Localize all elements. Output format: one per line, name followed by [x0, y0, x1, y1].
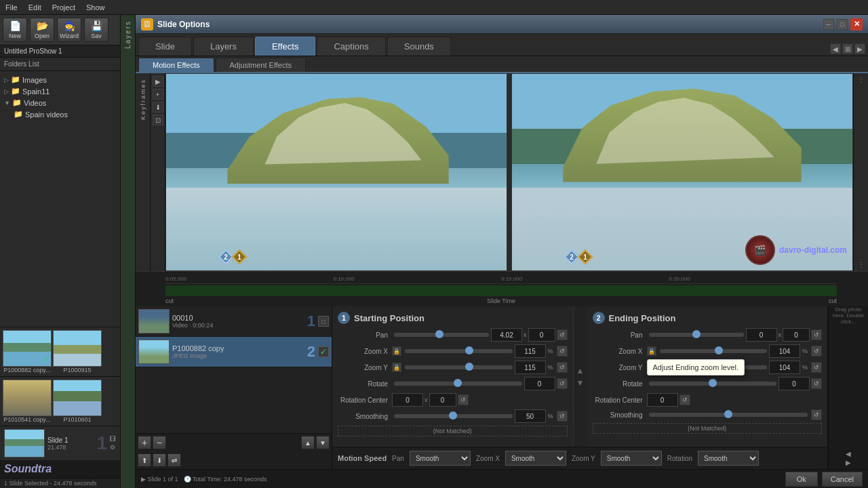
- start-rotate-input[interactable]: [524, 377, 555, 390]
- start-smooth-input[interactable]: [515, 409, 546, 423]
- layer-add-btn[interactable]: +: [138, 436, 151, 449]
- copy-keyframe-button[interactable]: ⬇: [153, 102, 163, 113]
- layer-up-btn[interactable]: ▲: [301, 436, 315, 449]
- ms-pan-select[interactable]: SmoothLinearFast StartFast EndCustom: [410, 451, 471, 466]
- start-zoomx-input[interactable]: [515, 344, 546, 358]
- start-pan-slider[interactable]: [394, 333, 489, 337]
- save-button[interactable]: 💾 Sav: [84, 18, 108, 42]
- layer-top-btn[interactable]: ⬆: [138, 453, 151, 467]
- layer-check-2[interactable]: ✓: [318, 346, 329, 357]
- start-smooth-slider[interactable]: [394, 414, 513, 418]
- menu-edit[interactable]: Edit: [28, 3, 41, 12]
- folder-item-images[interactable]: ▷ 📁 Images: [3, 74, 117, 85]
- open-button[interactable]: 📂 Open: [30, 18, 54, 42]
- layer-item-1[interactable]: 00010 Video · 0:00:24 1 □: [136, 306, 332, 337]
- start-pan-reset[interactable]: ↺: [557, 329, 568, 340]
- menu-show[interactable]: Show: [86, 3, 105, 12]
- thumb-1[interactable]: ✓ P1000882 copy...: [3, 330, 52, 373]
- thumb-4[interactable]: P1010601: [53, 380, 102, 423]
- end-rotcenter-reset[interactable]: ↺: [679, 394, 690, 405]
- start-rotate-reset[interactable]: ↺: [557, 378, 568, 389]
- start-zoomy-reset[interactable]: ↺: [557, 362, 568, 373]
- layer-swap-btn[interactable]: ⇄: [167, 453, 181, 467]
- maximize-button[interactable]: □: [837, 19, 848, 30]
- layer-bottom-btn[interactable]: ⬇: [153, 453, 166, 467]
- end-rotate-reset[interactable]: ↺: [811, 378, 822, 389]
- end-zoomx-input[interactable]: [769, 344, 800, 358]
- nav-copy-button[interactable]: ⊞: [842, 43, 853, 54]
- end-zoomx-lock[interactable]: 🔒: [647, 346, 656, 356]
- layer-item-2[interactable]: P1000882 copy JPEG Image 2 ✓: [136, 337, 332, 367]
- end-zoomx-slider[interactable]: [660, 349, 768, 353]
- menu-file[interactable]: File: [5, 3, 18, 12]
- tab-layers[interactable]: Layers: [193, 37, 254, 56]
- start-zoomy-handle[interactable]: [465, 363, 473, 371]
- tab-effects[interactable]: Effects: [255, 37, 316, 56]
- start-rotcenter-x-input[interactable]: [392, 393, 423, 407]
- end-zoomy-reset[interactable]: ↺: [811, 362, 822, 373]
- tab-sounds[interactable]: Sounds: [387, 37, 451, 56]
- nav-next-button[interactable]: ▶: [854, 43, 865, 54]
- start-zoomy-input[interactable]: [515, 361, 546, 374]
- start-pan-y-input[interactable]: [528, 328, 555, 342]
- ok-button[interactable]: Ok: [785, 472, 818, 487]
- zoom-fit-button[interactable]: ⊡: [153, 115, 163, 125]
- start-pan-x-input[interactable]: [491, 328, 522, 342]
- layer-check-1[interactable]: □: [318, 316, 329, 327]
- slide-item[interactable]: Slide 1 21.478 1 🎞 ⚙: [0, 426, 120, 460]
- start-rotcenter-reset[interactable]: ↺: [458, 394, 469, 405]
- layer-remove-btn[interactable]: −: [153, 436, 166, 449]
- start-zoomx-reset[interactable]: ↺: [557, 346, 568, 357]
- end-pan-x-input[interactable]: [746, 328, 777, 342]
- sub-tab-adjustment[interactable]: Adjustment Effects: [216, 58, 307, 72]
- start-pan-handle[interactable]: [435, 330, 443, 338]
- sub-tab-motion[interactable]: Motion Effects: [138, 58, 214, 72]
- start-zoomx-lock[interactable]: 🔒: [392, 346, 401, 356]
- end-rotate-slider[interactable]: [649, 382, 777, 386]
- ms-zoomx-select[interactable]: SmoothLinearFast StartFast EndCustom: [505, 451, 566, 466]
- play-button[interactable]: ▶: [153, 76, 163, 87]
- end-zoomx-handle[interactable]: [715, 346, 723, 354]
- end-pan-handle[interactable]: [692, 330, 701, 338]
- end-zoomy-input[interactable]: [769, 361, 800, 374]
- wizard-button[interactable]: 🧙 Wizard: [57, 18, 81, 42]
- panel-arrow-right[interactable]: ▶: [846, 459, 851, 466]
- end-pan-y-input[interactable]: [783, 328, 810, 342]
- minimize-button[interactable]: ─: [823, 19, 834, 30]
- ms-rotation-select[interactable]: SmoothLinearFast StartFast EndCustom: [698, 451, 759, 466]
- start-smooth-reset[interactable]: ↺: [557, 411, 568, 422]
- new-button[interactable]: 📄 New: [3, 18, 27, 42]
- start-rotcenter-y-input[interactable]: [429, 393, 456, 407]
- start-rotate-handle[interactable]: [454, 379, 462, 387]
- nav-prev-button[interactable]: ◀: [830, 43, 841, 54]
- menu-project[interactable]: Project: [52, 3, 75, 12]
- end-pan-slider[interactable]: [649, 333, 744, 337]
- cancel-button[interactable]: Cancel: [822, 472, 863, 487]
- end-smooth-handle[interactable]: [724, 410, 732, 418]
- end-smooth-reset[interactable]: ↺: [811, 409, 822, 420]
- thumb-2[interactable]: P1000915: [53, 330, 102, 373]
- tab-captions[interactable]: Captions: [317, 37, 385, 56]
- folder-item-spain-videos[interactable]: 📁 Spain videos: [3, 108, 117, 120]
- end-smooth-slider[interactable]: [649, 413, 808, 417]
- layer-down-btn[interactable]: ▼: [316, 436, 330, 449]
- end-rotcenter-x-input[interactable]: [647, 393, 678, 407]
- ms-zoomy-select[interactable]: SmoothLinearFast StartFast EndCustom: [601, 451, 662, 466]
- thumb-3[interactable]: P1010541 copy...: [3, 380, 52, 423]
- start-rotate-slider[interactable]: [394, 382, 522, 386]
- folder-tree[interactable]: ▷ 📁 Images ▷ 📁 Spain11 ▼ 📁 Videos 📁 Spai…: [0, 71, 120, 327]
- start-zoomy-lock[interactable]: 🔒: [392, 363, 401, 372]
- tab-slide[interactable]: Slide: [138, 37, 192, 56]
- start-smooth-handle[interactable]: [449, 411, 457, 420]
- start-zoomx-slider[interactable]: [405, 349, 513, 353]
- end-rotate-handle[interactable]: [709, 379, 717, 387]
- panel-arrow-left[interactable]: ◀: [846, 450, 851, 458]
- end-rotate-input[interactable]: [778, 377, 810, 390]
- close-button[interactable]: ✕: [850, 18, 863, 30]
- folder-item-videos[interactable]: ▼ 📁 Videos: [3, 97, 117, 108]
- add-keyframe-button[interactable]: +: [153, 89, 163, 100]
- end-pan-reset[interactable]: ↺: [811, 329, 822, 340]
- start-zoomx-handle[interactable]: [465, 346, 473, 354]
- end-zoomx-reset[interactable]: ↺: [811, 346, 822, 357]
- folder-item-spain11[interactable]: ▷ 📁 Spain11: [3, 85, 117, 97]
